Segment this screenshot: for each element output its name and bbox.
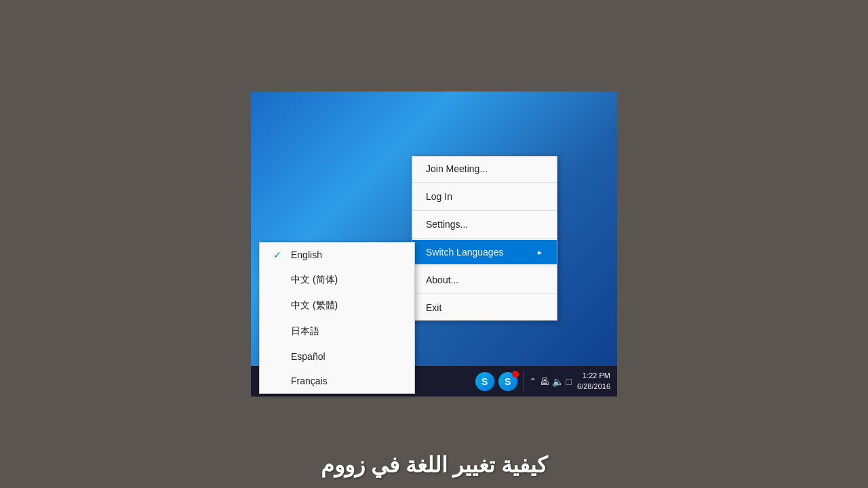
menu-item-exit[interactable]: Exit [412, 296, 557, 320]
system-clock: 1:22 PM 6/28/2016 [577, 371, 610, 392]
lang-item-chinese-simplified[interactable]: 中文 (简体) [260, 267, 414, 293]
skype-icon-2[interactable]: S [498, 372, 517, 391]
lang-item-spanish[interactable]: Español [260, 344, 414, 369]
menu-label-exit: Exit [426, 302, 441, 313]
checkmark-french [273, 375, 284, 386]
language-submenu: ✓ English 中文 (简体) 中文 (繁體) 日本語 Español [259, 242, 415, 394]
menu-divider-5 [412, 293, 557, 294]
menu-label-settings: Settings... [426, 219, 468, 230]
menu-divider-1 [412, 182, 557, 183]
lang-item-chinese-traditional[interactable]: 中文 (繁體) [260, 293, 414, 319]
monitor-icon[interactable]: 🖶 [540, 376, 549, 387]
arabic-subtitle: كيفية تغيير اللغة في زووم [321, 452, 548, 478]
menu-item-join-meeting[interactable]: Join Meeting... [412, 157, 557, 181]
speaker-icon[interactable]: 🔈 [552, 376, 564, 387]
checkmark-chinese-traditional [273, 300, 284, 311]
notification-icon[interactable]: □ [566, 376, 572, 387]
clock-time: 1:22 PM [577, 371, 610, 381]
checkmark-japanese [273, 326, 284, 337]
lang-item-french[interactable]: Français [260, 369, 414, 393]
lang-label-french: Français [291, 375, 328, 386]
menu-label-switch-languages: Switch Languages [426, 247, 503, 258]
skype-icon-1[interactable]: S [475, 372, 494, 391]
menu-divider-4 [412, 266, 557, 266]
menu-item-log-in[interactable]: Log In [412, 184, 557, 209]
menu-item-about[interactable]: About... [412, 268, 557, 292]
tray-icons: ⌃ 🖶 🔈 □ [529, 376, 572, 387]
submenu-arrow-icon: ► [536, 249, 543, 256]
lang-label-japanese: 日本語 [291, 325, 319, 338]
checkmark-english: ✓ [273, 249, 284, 260]
lang-label-chinese-simplified: 中文 (简体) [291, 274, 338, 286]
menu-label-log-in: Log In [426, 191, 452, 202]
lang-item-japanese[interactable]: 日本語 [260, 319, 414, 344]
clock-date: 6/28/2016 [577, 382, 610, 392]
menu-label-about: About... [426, 274, 458, 285]
menu-divider-3 [412, 238, 557, 239]
context-menu-main: Join Meeting... Log In Settings... Switc… [412, 156, 557, 321]
system-tray: ⌃ 🖶 🔈 □ 1:22 PM 6/28/2016 [523, 371, 610, 392]
checkmark-chinese-simplified [273, 274, 284, 285]
menu-item-switch-languages[interactable]: Switch Languages ► [412, 240, 557, 264]
lang-label-chinese-traditional: 中文 (繁體) [291, 300, 338, 312]
skype-badge [512, 371, 519, 378]
chevron-up-icon[interactable]: ⌃ [529, 376, 537, 387]
lang-label-english: English [291, 249, 322, 260]
outer-wrapper: Join Meeting... Log In Settings... Switc… [251, 92, 617, 396]
lang-item-english[interactable]: ✓ English [260, 243, 414, 267]
screenshot-container: Join Meeting... Log In Settings... Switc… [251, 92, 617, 396]
taskbar-icons: S S [475, 372, 517, 391]
lang-label-spanish: Español [291, 351, 326, 362]
menu-label-join-meeting: Join Meeting... [426, 163, 488, 174]
menu-divider-2 [412, 210, 557, 211]
menu-item-settings[interactable]: Settings... [412, 212, 557, 237]
checkmark-spanish [273, 351, 284, 362]
